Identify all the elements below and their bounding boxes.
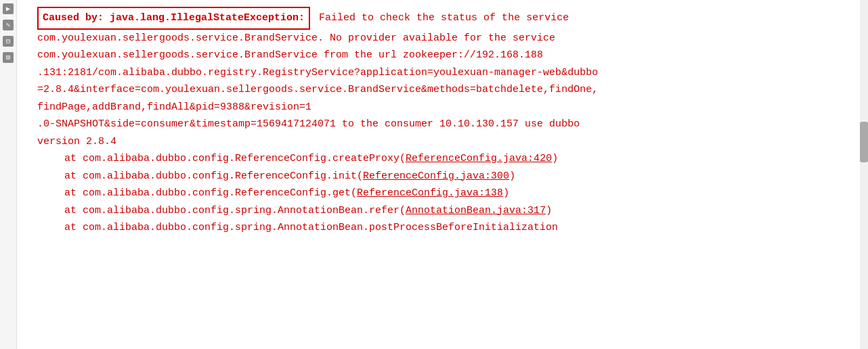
stack-trace-5: at com.alibaba.dubbo.config.spring.Annot… bbox=[37, 219, 844, 237]
stack-trace-3: at com.alibaba.dubbo.config.ReferenceCon… bbox=[37, 185, 844, 202]
error-line-4: .131:2181/com.alibaba.dubbo.registry.Reg… bbox=[37, 64, 844, 82]
stack4-link[interactable]: AnnotationBean.java:317 bbox=[406, 205, 546, 216]
error-line-2: com.youlexuan.sellergoods.service.BrandS… bbox=[37, 30, 844, 47]
content-area: Caused by: java.lang.IllegalStateExcepti… bbox=[37, 7, 844, 237]
first-line-suffix: Failed to check the status of the servic… bbox=[313, 12, 569, 24]
stack3-link[interactable]: ReferenceConfig.java:138 bbox=[357, 187, 503, 199]
stack4-suffix: ) bbox=[546, 205, 552, 216]
stack-trace-4: at com.alibaba.dubbo.config.spring.Annot… bbox=[37, 202, 844, 220]
stack1-link[interactable]: ReferenceConfig.java:420 bbox=[406, 153, 552, 164]
stack-trace-2: at com.alibaba.dubbo.config.ReferenceCon… bbox=[37, 168, 844, 185]
stack2-prefix: at com.alibaba.dubbo.config.ReferenceCon… bbox=[64, 170, 363, 182]
stack2-link[interactable]: ReferenceConfig.java:300 bbox=[363, 170, 509, 182]
stack1-prefix: at com.alibaba.dubbo.config.ReferenceCon… bbox=[64, 153, 406, 164]
error-line-7: .0-SNAPSHOT&side=consumer&timestamp=1569… bbox=[37, 116, 844, 133]
stack-trace-1: at com.alibaba.dubbo.config.ReferenceCon… bbox=[37, 150, 844, 168]
error-line-5: =2.8.4&interface=com.youlexuan.sellergoo… bbox=[37, 81, 844, 99]
left-sidebar: ▶ ✎ ⊟ ⊠ bbox=[0, 0, 17, 349]
sidebar-icon-1[interactable]: ▶ bbox=[3, 3, 14, 14]
scrollbar-thumb[interactable] bbox=[860, 122, 868, 162]
stack3-suffix: ) bbox=[503, 187, 509, 199]
error-line-3: com.youlexuan.sellergoods.service.BrandS… bbox=[37, 47, 844, 64]
sidebar-icon-3[interactable]: ⊟ bbox=[3, 36, 14, 47]
sidebar-icon-2[interactable]: ✎ bbox=[3, 20, 14, 30]
caused-by-line: Caused by: java.lang.IllegalStateExcepti… bbox=[37, 7, 844, 30]
error-line-8: version 2.8.4 bbox=[37, 133, 844, 151]
scrollbar[interactable] bbox=[860, 0, 868, 349]
stack1-suffix: ) bbox=[552, 153, 558, 164]
error-line-6: findPage,addBrand,findAll&pid=9388&revis… bbox=[37, 99, 844, 116]
sidebar-icon-4[interactable]: ⊠ bbox=[3, 52, 14, 63]
error-container: ▶ ✎ ⊟ ⊠ Caused by: java.lang.IllegalStat… bbox=[0, 0, 868, 349]
stack3-prefix: at com.alibaba.dubbo.config.ReferenceCon… bbox=[64, 187, 357, 199]
caused-by-label: Caused by: java.lang.IllegalStateExcepti… bbox=[37, 7, 310, 30]
stack2-suffix: ) bbox=[509, 170, 515, 182]
stack4-prefix: at com.alibaba.dubbo.config.spring.Annot… bbox=[64, 205, 406, 216]
